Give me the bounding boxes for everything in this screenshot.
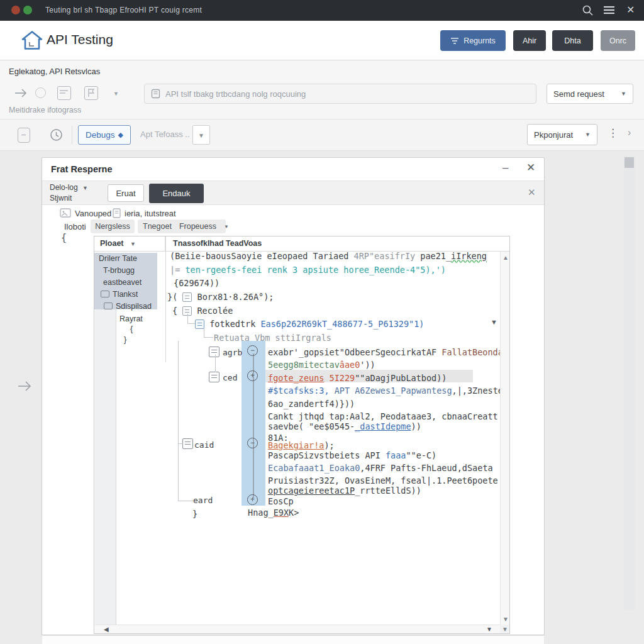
tree-item-label: { [130,325,133,333]
send-request-label: Semd request [553,89,604,99]
scroll-down-icon[interactable]: ▼ [502,616,509,623]
search-icon[interactable] [582,4,594,16]
tab-second[interactable]: Tnegoet [143,222,172,231]
tree-item--[interactable]: { [130,325,133,333]
send-request-dropdown[interactable]: Semd request ▼ [547,84,633,104]
home-icon[interactable] [21,30,43,50]
secondary-button[interactable]: Eruat [108,184,144,202]
block-icon[interactable] [182,438,193,449]
code-line: }( Borx81·8.26A°); [167,291,274,303]
window-dot-red[interactable] [11,6,20,14]
tab-third[interactable]: Fropeuess [179,222,216,231]
mode-label[interactable]: Delo-log [50,183,78,192]
scrollbar-thumb[interactable] [625,157,634,168]
fold-toggle-icon[interactable]: − [247,438,258,448]
fold-toggle-icon[interactable]: + [247,370,258,381]
code-header-label: Tnassofklhad TeadVoas [173,239,262,248]
scroll-up-icon[interactable]: ▲ [502,254,509,261]
window-dot-green[interactable] [23,6,32,14]
arrow-right-icon[interactable] [14,87,28,99]
panel-subheader: Delo-log ▼ Stjwnit Eruat Endauk ✕ [42,181,544,205]
code-line: fotkedtrk Eas6p262R69kT_488677-5_P61329"… [195,318,425,330]
code-token: fotkedtrk [204,319,260,329]
scroll-down-icon[interactable]: ▼ [486,626,492,633]
image-icon [60,208,71,218]
profile-dropdown[interactable]: ▼ [192,125,210,145]
chevron-down-icon: ▼ [130,241,136,247]
tree-connector-line [178,443,183,444]
header-button-ahir[interactable]: Ahir [513,30,546,51]
tab-first[interactable]: Nergsless [91,219,135,233]
config-label: Pkponjurat [534,130,573,140]
tabs-label: Iloboti [64,222,86,231]
header-button-regurnts[interactable]: Regurnts [440,30,506,51]
header-button-dhta[interactable]: Dhta [552,30,593,51]
app-window: { "titlebar": { "title": "Teuting brl sh… [0,0,644,644]
meta-item[interactable]: Vanouped [60,208,111,218]
request-field[interactable]: API tslf tbakg trtbcdang nolg roqcuuing [144,84,536,104]
tree-item--[interactable]: } [124,335,126,344]
code-line: Ecabafaaat1_Eoaka0,4FRF Pafts-FhLaeud,dS… [268,462,493,474]
code-token: { [172,306,182,316]
layout-icon[interactable] [57,86,71,100]
method-icon[interactable] [195,319,204,329]
panel-icon[interactable] [18,128,30,143]
code-token: ); [324,440,334,450]
scrollbar-corner[interactable]: ▼ [500,625,510,634]
code-line: Retuata Vbm sttiIrgrals [214,332,331,343]
vertical-scrollbar[interactable]: ▲ ▼ [500,252,510,625]
object-icon[interactable] [182,292,192,302]
code-token: pae21_ [420,251,451,261]
code-line: saevbe( "ee$0545-_dastIdepme)) [268,421,421,432]
code-line: } [192,508,197,519]
close-icon[interactable]: ✕ [528,187,536,198]
code-token: 4RP"easifrIy [354,251,421,261]
code-line: PascapSizvstbeiets API faaa""e-C) [268,450,436,461]
chevron-down-icon[interactable]: ▼ [491,318,497,326]
request-section: Eglekatog, API Retsvlcas ▼ API tslf tbak… [0,60,644,119]
code-token: saevbe( "ee$0545- [268,421,355,431]
fold-toggle-icon[interactable]: + [247,494,258,505]
block-icon[interactable] [209,372,219,382]
primary-button[interactable]: Endauk [149,184,204,203]
tree-item-sdispilsad[interactable]: Sdispilsad [104,302,152,311]
chevron-down-icon[interactable]: ▼ [113,91,119,97]
close-icon[interactable]: ✕ [626,4,635,16]
explorer-header[interactable]: Ploaet ▼ [94,236,165,252]
tree-item-rayrat[interactable]: Rayrat [119,314,143,323]
response-panel: Frat Resperne – ✕ Delo-log ▼ Stjwnit Eru… [42,157,545,635]
fold-toggle-icon[interactable]: − [247,345,258,356]
code-token: ,4FRF Pafts-FhLaeud,dSaeta [360,463,492,473]
history-clock-icon[interactable] [50,128,63,142]
debug-toolbar: Debugs ◆ Apt Tefoass .. ▼ Pkponjurat ▼ ⋮… [0,119,644,151]
window-scrollbar[interactable] [624,156,635,610]
tree-item-eastbeavet[interactable]: eastbeavet [103,278,142,287]
flag-icon[interactable] [84,86,98,100]
record-icon[interactable] [35,87,46,98]
app-header: API Testing RegurntsAhirDhtaOnrc [0,21,644,60]
code-token: _rrtteElldS)) [355,486,421,496]
tree-item-t-brbugg[interactable]: T-brbugg [103,266,135,275]
kebab-menu-icon[interactable]: ⋮ [608,126,618,140]
tree-item-drilerr-tate[interactable]: Drilerr Tate [99,254,137,263]
header-button-onrc[interactable]: Onrc [601,30,635,51]
chevron-right-icon[interactable]: › [628,127,631,138]
minimize-icon[interactable]: – [502,162,508,174]
block-icon[interactable] [209,347,219,357]
code-token: 5I229 [324,373,355,383]
code-token: APT A6Zewes1_Papwantesg [335,386,452,396]
gutter-label: caid [194,440,214,450]
config-dropdown[interactable]: Pkponjurat ▼ [527,124,597,145]
tree-item-tlankst[interactable]: Tlankst [101,290,138,299]
scroll-left-icon[interactable]: ◀ [104,626,109,633]
close-icon[interactable]: ✕ [526,161,535,174]
horizontal-scrollbar[interactable]: ◀ ▼ [95,625,500,634]
header-button-label: Regurnts [464,36,496,45]
tab-group[interactable]: Tnegoet Fropeuess ▼ [138,219,226,233]
menu-icon[interactable] [604,6,614,14]
chevron-down-icon[interactable]: ▼ [82,185,88,191]
code-token: Retuata Vbm sttiIrgrals [214,333,331,343]
debug-button[interactable]: Debugs ◆ [78,125,131,145]
meta-item[interactable]: ieria, itutstreat [113,208,176,218]
status-caption: Meitidrake ifotograss [9,106,81,114]
